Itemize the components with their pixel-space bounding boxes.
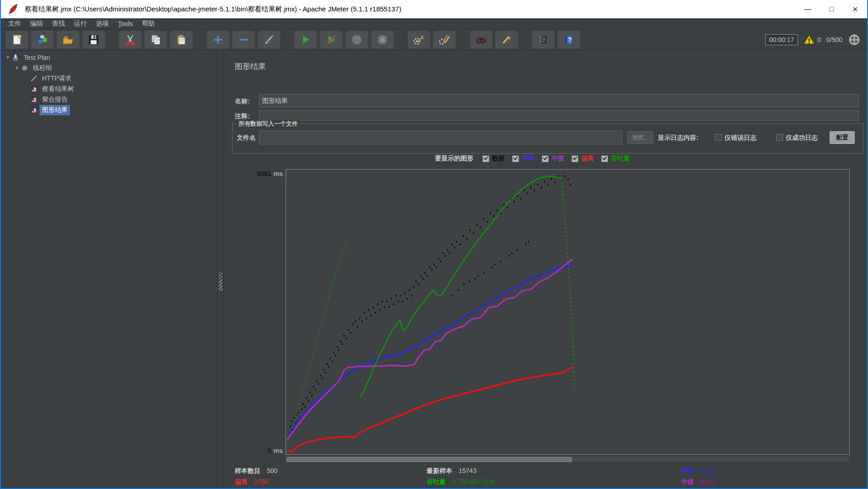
stat-value: 15743 <box>459 467 476 474</box>
threads-state-icon <box>848 33 861 46</box>
toolbar-stop-button[interactable] <box>345 31 368 49</box>
name-input[interactable] <box>259 94 859 107</box>
data-point <box>411 295 412 297</box>
graphs-to-display-legend: 要显示的图形 数据平均中值偏离吞吐量 <box>435 154 630 163</box>
legend-checkbox-数据[interactable]: 数据 <box>482 154 505 163</box>
success-only-checkbox-box[interactable] <box>776 134 783 141</box>
graph-horizontal-scrollbar[interactable] <box>286 456 850 462</box>
tree-item-察看结果树[interactable]: 察看结果树 <box>1 84 217 94</box>
data-point <box>517 249 518 251</box>
maximize-button[interactable]: □ <box>820 0 843 18</box>
data-point <box>508 255 509 257</box>
legend-checkbox-吞吐量[interactable]: 吞吐量 <box>601 154 630 163</box>
toolbar-copy-button[interactable] <box>144 31 167 49</box>
data-point <box>404 292 405 294</box>
menu-item-运行[interactable]: 运行 <box>69 19 91 29</box>
close-button[interactable]: × <box>843 0 867 18</box>
stat-样本数目: 样本数目500 <box>235 467 277 478</box>
toolbar-start-button[interactable] <box>294 31 317 49</box>
legend-checkbox-中值[interactable]: 中值 <box>542 154 564 163</box>
legend-checkbox-平均[interactable]: 平均 <box>512 154 535 163</box>
menu-item-编辑[interactable]: 编辑 <box>26 19 48 29</box>
minimize-button[interactable]: — <box>796 0 820 18</box>
toolbar-clear-search-button[interactable] <box>495 31 518 49</box>
scrollbar-thumb[interactable] <box>286 457 572 462</box>
filename-label: 文件名 <box>237 134 256 142</box>
data-point <box>452 244 453 245</box>
data-point <box>470 229 471 231</box>
legend-label: 数据 <box>492 154 505 163</box>
toolbar-toggle-button[interactable] <box>258 31 281 49</box>
toolbar-open-folder-button[interactable] <box>57 31 79 49</box>
toolbar-clear-button[interactable] <box>408 31 430 49</box>
data-point <box>436 266 437 268</box>
legend-checkbox-box[interactable] <box>512 155 519 162</box>
data-point <box>534 190 535 191</box>
clear-all-icon <box>439 34 450 46</box>
toolbar-save-button[interactable] <box>82 31 105 49</box>
legend-checkbox-偏离[interactable]: 偏离 <box>572 154 594 163</box>
tree-expander-icon[interactable]: ▼ <box>14 65 20 70</box>
data-point <box>342 343 343 345</box>
toolbar-collapse-button[interactable] <box>232 31 255 49</box>
menu-item-tools[interactable]: Tools <box>113 19 138 28</box>
menu-item-文件[interactable]: 文件 <box>4 19 26 29</box>
toolbar-start-no-timers-button[interactable] <box>320 31 343 49</box>
data-point <box>330 357 331 359</box>
toolbar-search-button[interactable] <box>470 31 492 49</box>
data-point <box>384 306 385 308</box>
toolbar-paste-button[interactable] <box>170 31 193 49</box>
panel-splitter[interactable] <box>217 50 224 488</box>
tree-item-HTTP请求[interactable]: HTTP请求 <box>1 73 217 84</box>
toolbar-new-file-button[interactable] <box>5 31 28 49</box>
menu-item-查找[interactable]: 查找 <box>48 19 69 29</box>
toolbar-function-helper-button[interactable] <box>532 31 555 49</box>
log-warning-indicator[interactable]: 0 <box>804 34 821 45</box>
tree-expander-icon[interactable]: ▼ <box>5 55 11 60</box>
errors-only-checkbox-box[interactable] <box>715 134 722 141</box>
data-point <box>332 360 333 362</box>
configure-button[interactable]: 配置 <box>830 131 855 144</box>
data-point <box>487 221 487 223</box>
toolbar-clear-all-button[interactable] <box>433 31 456 49</box>
success-only-checkbox[interactable]: 仅成功日志 <box>776 134 818 142</box>
legend-checkbox-box[interactable] <box>482 155 489 162</box>
toolbar-help-button[interactable] <box>557 31 580 49</box>
data-point <box>395 295 396 297</box>
toolbar-cut-button[interactable] <box>119 31 142 49</box>
elapsed-timer: 00:00:17 <box>765 34 799 45</box>
legend-checkbox-box[interactable] <box>542 155 549 162</box>
toolbar-shutdown-button[interactable] <box>371 31 394 49</box>
data-point <box>318 383 319 385</box>
toolbar-templates-button[interactable] <box>31 31 54 49</box>
errors-only-checkbox[interactable]: 仅错误日志 <box>715 134 757 142</box>
data-point <box>335 355 336 356</box>
toolbar-expand-button[interactable] <box>206 31 229 49</box>
window-title: 察看结果树.jmx (C:\Users\Administrator\Deskto… <box>25 5 401 14</box>
legend-checkbox-box[interactable] <box>572 155 578 162</box>
toolbar-group-1 <box>119 31 196 49</box>
legend-checkbox-box[interactable] <box>601 155 608 162</box>
browse-button[interactable]: 浏览... <box>627 131 653 144</box>
tree-item-线程组[interactable]: ▼线程组 <box>1 63 217 73</box>
data-point <box>511 252 512 254</box>
graph-svg <box>286 170 849 454</box>
data-point <box>458 289 459 291</box>
tree-item-label: 察看结果树 <box>40 85 76 94</box>
filename-input[interactable] <box>259 131 622 144</box>
splitter-grip[interactable] <box>219 272 222 291</box>
title-bar: 察看结果树.jmx (C:\Users\Administrator\Deskto… <box>1 0 867 18</box>
comment-input[interactable] <box>259 110 859 121</box>
data-point <box>431 269 432 271</box>
tree-item-聚合报告[interactable]: 聚合报告 <box>1 94 217 105</box>
menu-item-选项[interactable]: 选项 <box>91 19 113 29</box>
groupbox-title: 所有数据写入一个文件 <box>236 120 300 128</box>
data-point <box>434 264 434 266</box>
tree-item-图形结果[interactable]: 图形结果 <box>1 105 217 115</box>
stat-最新样本: 最新样本15743 <box>427 467 495 478</box>
tree-item-Test Plan[interactable]: ▼Test Plan <box>1 52 217 63</box>
menu-item-帮助[interactable]: 帮助 <box>138 19 159 29</box>
series-吞吐量 <box>360 176 561 397</box>
data-point <box>380 309 381 311</box>
stat-label: 中值 <box>681 478 694 485</box>
